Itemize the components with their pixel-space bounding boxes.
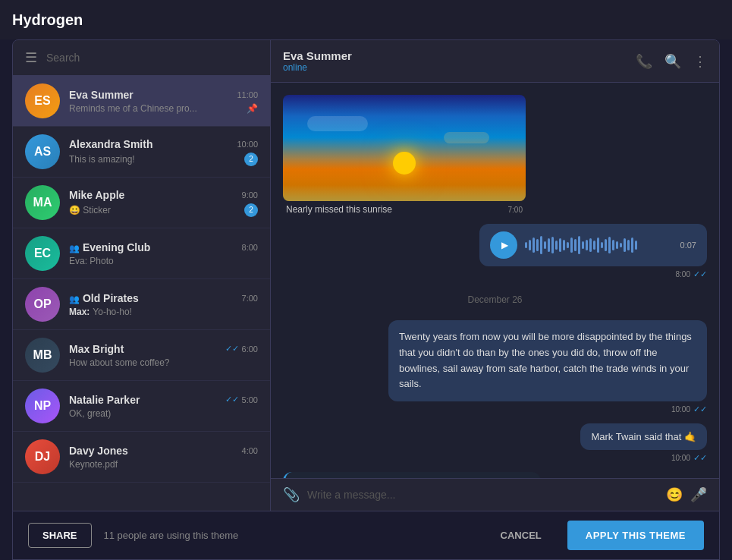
- share-button[interactable]: SHARE: [28, 523, 92, 548]
- main-container: ☰ ES Eva Summer 11:00 Reminds me of a Ch…: [0, 39, 732, 560]
- chat-info: Natalie Parker ✓✓ 5:00 OK, great): [69, 394, 258, 419]
- message-input-area: 📎 😊 🎤: [271, 478, 719, 511]
- message-time: 8:00: [676, 270, 690, 278]
- chat-preview: How about some coffee?: [69, 357, 258, 368]
- list-item[interactable]: DJ Davy Jones 4:00 Keynote.pdf: [13, 432, 270, 483]
- chat-info: Alexandra Smith 10:00 This is amazing! 2: [69, 138, 258, 166]
- message-input[interactable]: [307, 489, 658, 501]
- chat-preview: Keynote.pdf: [69, 459, 258, 470]
- chat-time: 8:00: [242, 243, 258, 252]
- message-reply: Alex Cassio Mark Twain said that 🤙 Remin…: [283, 472, 541, 478]
- double-check-icon: ✓✓: [225, 344, 239, 354]
- image-caption: Nearly missed this sunrise: [286, 204, 392, 215]
- list-item[interactable]: NP Natalie Parker ✓✓ 5:00 OK, great): [13, 381, 270, 432]
- avatar: EC: [25, 236, 60, 271]
- theme-users-count: 11 people are using this theme: [104, 530, 475, 541]
- chat-name: Mike Apple: [69, 189, 124, 201]
- contact-name: Eva Summer: [283, 49, 352, 62]
- chat-time: 4:00: [242, 446, 258, 455]
- chat-name: 👥 Evening Club: [69, 241, 150, 253]
- chat-time: 9:00: [242, 190, 258, 200]
- chat-wrapper: ☰ ES Eva Summer 11:00 Reminds me of a Ch…: [12, 39, 720, 511]
- unread-badge: 2: [244, 203, 258, 217]
- read-receipt-icon: ✓✓: [693, 404, 707, 414]
- mic-icon[interactable]: 🎤: [690, 486, 707, 503]
- chat-preview: OK, great): [69, 408, 258, 419]
- avatar: DJ: [25, 439, 60, 474]
- chat-name: Eva Summer: [69, 89, 134, 101]
- hamburger-icon[interactable]: ☰: [25, 49, 37, 66]
- chat-preview: Reminds me of a Chinese pro... 📌: [69, 103, 258, 114]
- message-text: Twenty years from now you will be more d…: [388, 320, 707, 414]
- chat-preview: This is amazing! 2: [69, 153, 258, 166]
- chat-info: 👥 Old Pirates 7:00 Max: Yo-ho-ho!: [69, 292, 258, 317]
- chat-time: 7:00: [242, 294, 258, 303]
- list-item[interactable]: MA Mike Apple 9:00 😀 Sticker 2: [13, 178, 270, 228]
- chat-info: Davy Jones 4:00 Keynote.pdf: [69, 445, 258, 470]
- list-item[interactable]: MB Max Bright ✓✓ 6:00 How about some cof…: [13, 330, 270, 381]
- message-time: 7:00: [508, 206, 523, 214]
- avatar: OP: [25, 287, 60, 322]
- message-text: Mark Twain said that 🤙 10:00 ✓✓: [580, 423, 707, 463]
- search-icon[interactable]: 🔍: [664, 53, 681, 70]
- pin-icon: 📌: [247, 103, 258, 114]
- apply-theme-button[interactable]: APPLY THIS THEME: [567, 521, 704, 550]
- chat-info: Max Bright ✓✓ 6:00 How about some coffee…: [69, 343, 258, 368]
- double-check-icon: ✓✓: [225, 395, 239, 404]
- chat-info: Eva Summer 11:00 Reminds me of a Chinese…: [69, 89, 258, 114]
- chat-preview: Max: Yo-ho-ho!: [69, 307, 258, 317]
- more-options-icon[interactable]: ⋮: [693, 53, 707, 70]
- waveform: [525, 234, 673, 256]
- chat-header: Eva Summer online 📞 🔍 ⋮: [271, 40, 719, 83]
- chat-preview: Eva: Photo: [69, 256, 258, 266]
- avatar: MB: [25, 338, 60, 373]
- chat-name: Davy Jones: [69, 445, 128, 457]
- title-bar: Hydrogen: [0, 0, 732, 39]
- chat-header-info: Eva Summer online: [283, 49, 352, 73]
- avatar: ES: [25, 83, 60, 118]
- list-item[interactable]: EC 👥 Evening Club 8:00 Eva: Photo: [13, 228, 270, 279]
- message-image: Nearly missed this sunrise 7:00: [283, 95, 526, 215]
- unread-badge: 2: [244, 153, 258, 166]
- emoji-icon[interactable]: 😊: [666, 486, 683, 503]
- chat-preview: 😀 Sticker 2: [69, 203, 258, 217]
- bottom-bar: SHARE 11 people are using this theme CAN…: [12, 511, 720, 560]
- contact-status: online: [283, 62, 352, 73]
- messages-area: Nearly missed this sunrise 7:00: [271, 83, 719, 478]
- message-bubble: Mark Twain said that 🤙: [580, 423, 707, 450]
- search-input[interactable]: [46, 52, 258, 64]
- avatar: NP: [25, 389, 60, 423]
- sunrise-image: [283, 95, 526, 201]
- chat-time: 5:00: [242, 395, 258, 404]
- app-title: Hydrogen: [12, 11, 83, 29]
- chat-header-actions: 📞 🔍 ⋮: [636, 53, 707, 70]
- sidebar: ☰ ES Eva Summer 11:00 Reminds me of a Ch…: [13, 40, 271, 511]
- date-divider: December 26: [283, 288, 707, 311]
- message-voice: 0:07 8:00 ✓✓: [479, 224, 707, 279]
- message-time: 10:00: [671, 405, 690, 414]
- chat-name: Alexandra Smith: [69, 138, 152, 150]
- voice-duration: 0:07: [680, 241, 696, 250]
- chat-name: Natalie Parker: [69, 394, 140, 406]
- list-item[interactable]: AS Alexandra Smith 10:00 This is amazing…: [13, 127, 270, 178]
- read-receipt-icon: ✓✓: [693, 269, 707, 279]
- chat-main: Eva Summer online 📞 🔍 ⋮: [271, 40, 719, 511]
- play-button[interactable]: [490, 231, 517, 259]
- chat-name: 👥 Old Pirates: [69, 292, 139, 304]
- list-item[interactable]: OP 👥 Old Pirates 7:00 Max: Yo-ho-ho!: [13, 279, 270, 330]
- read-receipt-icon: ✓✓: [693, 453, 707, 463]
- list-item[interactable]: ES Eva Summer 11:00 Reminds me of a Chin…: [13, 76, 270, 127]
- chat-name: Max Bright: [69, 343, 124, 355]
- cancel-button[interactable]: CANCEL: [487, 524, 555, 547]
- avatar: MA: [25, 185, 60, 220]
- chat-time: 11:00: [237, 90, 258, 99]
- chat-list: ES Eva Summer 11:00 Reminds me of a Chin…: [13, 76, 270, 511]
- avatar: AS: [25, 134, 60, 169]
- sidebar-header: ☰: [13, 40, 270, 76]
- message-time: 10:00: [671, 454, 690, 462]
- chat-info: Mike Apple 9:00 😀 Sticker 2: [69, 189, 258, 217]
- phone-icon[interactable]: 📞: [636, 53, 652, 70]
- chat-time: 6:00: [242, 344, 258, 354]
- attach-icon[interactable]: 📎: [283, 486, 300, 503]
- chat-time: 10:00: [237, 140, 258, 149]
